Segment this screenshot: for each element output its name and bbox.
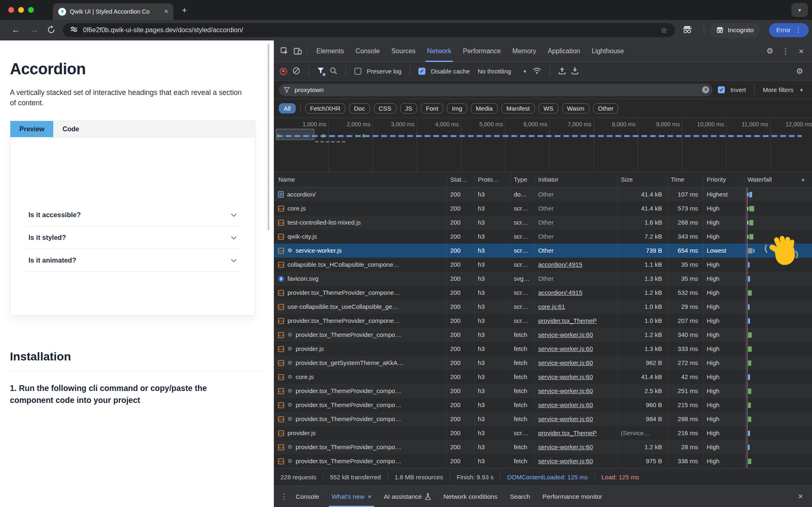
accordion-item-is-it-accessible[interactable]: Is it accessible? — [26, 204, 239, 226]
page-scrollbar[interactable] — [268, 44, 269, 230]
devtools-tab-sources[interactable]: Sources — [385, 40, 421, 62]
site-info-icon[interactable] — [70, 26, 78, 35]
browser-tab[interactable]: Qwik UI | Styled Accordion Co × — [53, 3, 173, 20]
clear-filter-icon[interactable]: × — [702, 86, 709, 93]
demo-tab-preview[interactable]: Preview — [10, 121, 53, 137]
tab-close-icon[interactable]: × — [164, 8, 168, 15]
network-request-row[interactable]: <>qwik-city.js200h3scr…Other7.2 kB343 ms… — [274, 230, 812, 244]
error-button[interactable]: Error ⋮ — [769, 23, 809, 37]
clear-network-log-icon[interactable] — [292, 67, 300, 76]
network-conditions-icon[interactable] — [532, 67, 541, 76]
initiator-link[interactable]: accordion/:4915 — [538, 289, 582, 296]
network-request-row[interactable]: <>⚙provider.tsx_ThemeProvider_compo…200h… — [274, 454, 812, 468]
initiator-link[interactable]: provider.tsx_ThemeP — [538, 429, 597, 436]
network-request-row[interactable]: <>use-collapsible.tsx_useCollapsible_ge…… — [274, 300, 812, 314]
preserve-log-checkbox[interactable] — [354, 68, 361, 75]
address-bar[interactable]: 0f6e2f0b.qwik-ui-site.pages.dev/docs/sty… — [63, 23, 675, 37]
network-request-row[interactable]: <>⚙provider.js200h3fetchservice-worker.j… — [274, 342, 812, 356]
devtools-settings-gear-icon[interactable]: ⚙ — [763, 46, 776, 56]
filter-chip-font[interactable]: Font — [421, 103, 443, 114]
sort-ascending-icon[interactable]: ▲ — [801, 172, 805, 187]
filter-chip-wasm[interactable]: Wasm — [562, 103, 589, 114]
initiator-link[interactable]: service-worker.js:60 — [538, 359, 593, 366]
forward-button[interactable]: → — [30, 25, 38, 35]
more-filters-dropdown[interactable]: More filters ▼ — [763, 86, 807, 93]
demo-tab-code[interactable]: Code — [53, 121, 88, 137]
network-request-row[interactable]: accordion/200h3do…Other41.4 kB107 msHigh… — [274, 187, 812, 201]
column-header-initiator[interactable]: Initiator — [535, 172, 617, 187]
filter-input[interactable]: proxytown × — [279, 84, 712, 96]
network-request-row[interactable]: <>⚙provider.tsx_ThemeProvider_compo…200h… — [274, 328, 812, 342]
filter-chip-js[interactable]: JS — [400, 103, 418, 114]
initiator-link[interactable]: service-worker.js:60 — [538, 401, 593, 408]
column-header-size[interactable]: Size — [617, 172, 667, 187]
drawer-tab-console[interactable]: Console — [290, 486, 325, 507]
filter-chip-other[interactable]: Other — [593, 103, 619, 114]
invert-label[interactable]: Invert — [730, 86, 746, 93]
import-har-icon[interactable] — [558, 67, 566, 76]
column-header-priority[interactable]: Priority — [703, 172, 744, 187]
initiator-link[interactable]: service-worker.js:60 — [538, 415, 593, 422]
drawer-close-icon[interactable]: × — [798, 492, 808, 501]
network-request-row[interactable]: <>⚙provider.tsx_getSystemTheme_aKkA…200h… — [274, 356, 812, 370]
drawer-tab-ai-assistance[interactable]: AI assistance — [378, 486, 437, 507]
device-toolbar-icon[interactable] — [291, 47, 304, 55]
filter-chip-css[interactable]: CSS — [374, 103, 397, 114]
column-header-name[interactable]: Name — [274, 172, 447, 187]
initiator-link[interactable]: service-worker.js:60 — [538, 387, 593, 394]
invert-checkbox[interactable]: ✓ — [718, 86, 725, 93]
inspect-element-icon[interactable] — [278, 47, 291, 55]
network-request-row[interactable]: <>⚙service-worker.js200h3scr…Other739 B6… — [274, 244, 812, 258]
export-har-icon[interactable] — [571, 67, 579, 76]
bookmark-star-icon[interactable]: ☆ — [660, 26, 667, 35]
devtools-tab-network[interactable]: Network — [421, 40, 457, 62]
devtools-tab-elements[interactable]: Elements — [311, 40, 350, 62]
devtools-tab-performance[interactable]: Performance — [457, 40, 507, 62]
filter-chip-fetch-xhr[interactable]: Fetch/XHR — [305, 103, 345, 114]
network-overview-timeline[interactable]: 1,000 ms2,000 ms3,000 ms4,000 ms5,000 ms… — [274, 118, 812, 172]
filter-chip-ws[interactable]: WS — [539, 103, 558, 114]
initiator-link[interactable]: service-worker.js:60 — [538, 345, 593, 352]
filter-chip-doc[interactable]: Doc — [349, 103, 370, 114]
accordion-item-is-it-styled[interactable]: Is it styled? — [26, 226, 239, 249]
network-request-row[interactable]: <>provider.tsx_ThemeProvider_compone…200… — [274, 286, 812, 300]
initiator-link[interactable]: provider.tsx_ThemeP — [538, 317, 597, 324]
filter-chip-all[interactable]: All — [279, 103, 296, 114]
drawer-tab-search[interactable]: Search — [503, 486, 536, 507]
tab-search-button[interactable]: ▾ — [791, 3, 808, 17]
devtools-close-icon[interactable]: × — [795, 46, 808, 56]
network-request-row[interactable]: favicon.svg200h3svg…Other1.3 kB35 msHigh — [274, 272, 812, 286]
minimize-window-button[interactable] — [18, 7, 24, 13]
column-header-type[interactable]: Type — [510, 172, 535, 187]
maximize-window-button[interactable] — [28, 7, 34, 13]
initiator-link[interactable]: service-worker.js:60 — [538, 373, 593, 380]
devtools-tab-console[interactable]: Console — [350, 40, 386, 62]
filter-icon[interactable] — [317, 67, 324, 75]
initiator-link[interactable]: accordion/:4915 — [538, 261, 582, 268]
column-header-time[interactable]: Time — [667, 172, 703, 187]
devtools-tab-lighthouse[interactable]: Lighthouse — [586, 40, 629, 62]
network-settings-gear-icon[interactable]: ⚙ — [793, 66, 806, 76]
column-header-proto[interactable]: Proto… — [475, 172, 510, 187]
filter-chip-media[interactable]: Media — [471, 103, 498, 114]
initiator-link[interactable]: service-worker.js:60 — [538, 457, 593, 464]
incognito-badge[interactable]: Incognito — [710, 23, 760, 38]
drawer-tab-performance-monitor[interactable]: Performance monitor — [537, 486, 609, 507]
search-icon[interactable] — [330, 67, 337, 76]
drawer-tab-close-icon[interactable]: × — [368, 493, 372, 500]
network-request-row[interactable]: <>⚙provider.tsx_ThemeProvider_compo…200h… — [274, 384, 812, 398]
network-request-row[interactable]: <>⚙provider.tsx_ThemeProvider_compo…200h… — [274, 398, 812, 412]
drawer-tab-what-s-new[interactable]: What's new× — [325, 486, 378, 507]
column-header-stat[interactable]: Stat… — [447, 172, 475, 187]
timeline-selection[interactable] — [276, 129, 314, 140]
record-network-log-button[interactable] — [280, 68, 287, 75]
reload-button[interactable] — [47, 26, 55, 36]
network-request-row[interactable]: <>⚙provider.tsx_ThemeProvider_compo…200h… — [274, 412, 812, 426]
network-request-row[interactable]: <>core.js200h3scr…Other41.4 kB573 msHigh — [274, 201, 812, 216]
new-tab-button[interactable]: + — [182, 5, 187, 16]
column-header-waterfall[interactable]: Waterfall▲ — [744, 172, 812, 187]
initiator-link[interactable]: core.js:61 — [538, 303, 565, 310]
disable-cache-label[interactable]: Disable cache — [431, 68, 470, 75]
initiator-link[interactable]: service-worker.js:60 — [538, 443, 593, 450]
initiator-link[interactable]: service-worker.js:60 — [538, 331, 593, 338]
